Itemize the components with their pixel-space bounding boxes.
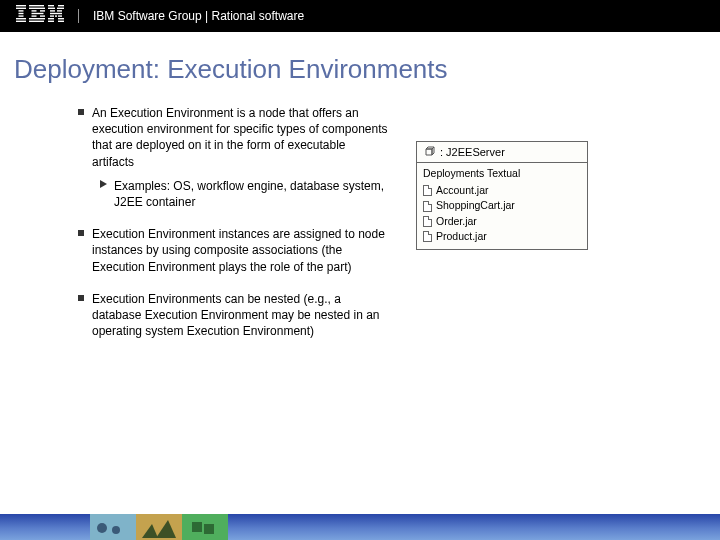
svg-rect-6: [16, 21, 26, 22]
app-header: IBM Software Group | Rational software: [0, 0, 720, 32]
page-title: Deployment: Execution Environments: [0, 32, 720, 85]
svg-rect-15: [29, 21, 44, 22]
document-icon: [423, 201, 432, 212]
svg-rect-4: [19, 15, 24, 16]
footer-icon: [90, 514, 136, 540]
svg-rect-7: [29, 5, 44, 6]
cube-icon: [423, 146, 435, 158]
svg-rect-28: [48, 21, 54, 22]
svg-marker-30: [426, 149, 432, 155]
svg-rect-18: [48, 8, 55, 9]
bullet-item: Execution Environment instances are assi…: [78, 226, 388, 275]
sub-bullet-item: Examples: OS, workflow engine, database …: [100, 178, 388, 210]
svg-rect-19: [57, 8, 64, 9]
bullet-text: Execution Environment instances are assi…: [92, 227, 385, 273]
svg-rect-20: [50, 10, 55, 11]
bullet-text: An Execution Environment is a node that …: [92, 106, 388, 169]
svg-rect-5: [16, 18, 26, 19]
svg-rect-8: [29, 8, 45, 9]
artifact-name: Product.jar: [436, 229, 487, 244]
svg-rect-16: [48, 5, 54, 6]
svg-rect-3: [19, 13, 24, 14]
bullet-item: Execution Environments can be nested (e.…: [78, 291, 388, 340]
artifact-name: Order.jar: [436, 214, 477, 229]
svg-rect-41: [204, 524, 214, 534]
svg-point-34: [97, 523, 107, 533]
svg-rect-22: [50, 13, 62, 14]
footer-icon: [182, 514, 228, 540]
svg-rect-26: [48, 18, 54, 19]
svg-rect-1: [16, 8, 26, 9]
svg-rect-9: [32, 10, 37, 11]
document-icon: [423, 231, 432, 242]
svg-rect-13: [40, 15, 45, 16]
svg-rect-17: [58, 5, 64, 6]
artifact-row: Product.jar: [423, 229, 581, 244]
footer-icon: [136, 514, 182, 540]
svg-rect-29: [58, 21, 64, 22]
artifact-row: Account.jar: [423, 183, 581, 198]
artifact-name: Account.jar: [436, 183, 489, 198]
svg-rect-21: [57, 10, 62, 11]
svg-rect-23: [50, 15, 54, 16]
node-header: : J2EEServer: [417, 142, 587, 163]
bullet-item: An Execution Environment is a node that …: [78, 105, 388, 210]
svg-rect-12: [32, 15, 37, 16]
sub-bullet-text: Examples: OS, workflow engine, database …: [114, 179, 384, 209]
svg-rect-0: [16, 5, 26, 6]
svg-rect-40: [192, 522, 202, 532]
node-body: Deployments Textual Account.jar Shopping…: [417, 163, 587, 249]
node-box: : J2EEServer Deployments Textual Account…: [416, 141, 588, 250]
svg-rect-10: [40, 10, 45, 11]
svg-marker-32: [432, 147, 434, 155]
header-divider: [78, 9, 79, 23]
content-area: An Execution Environment is a node that …: [0, 85, 720, 355]
svg-point-35: [112, 526, 120, 534]
artifact-name: ShoppingCart.jar: [436, 198, 515, 213]
node-title: : J2EEServer: [440, 146, 505, 158]
ibm-logo: [16, 5, 64, 27]
svg-rect-11: [32, 13, 44, 14]
bullet-text: Execution Environments can be nested (e.…: [92, 292, 380, 338]
document-icon: [423, 216, 432, 227]
header-breadcrumb: IBM Software Group | Rational software: [93, 9, 304, 23]
artifact-row: ShoppingCart.jar: [423, 198, 581, 213]
section-label: Deployments Textual: [423, 166, 581, 181]
footer-band: [0, 514, 720, 540]
artifact-row: Order.jar: [423, 214, 581, 229]
document-icon: [423, 185, 432, 196]
svg-rect-24: [55, 15, 57, 16]
svg-rect-25: [58, 15, 62, 16]
svg-rect-2: [19, 10, 24, 11]
svg-rect-14: [29, 18, 45, 19]
text-column: An Execution Environment is a node that …: [78, 105, 388, 355]
svg-rect-27: [58, 18, 64, 19]
uml-diagram: : J2EEServer Deployments Textual Account…: [416, 141, 588, 355]
svg-rect-33: [90, 514, 136, 540]
